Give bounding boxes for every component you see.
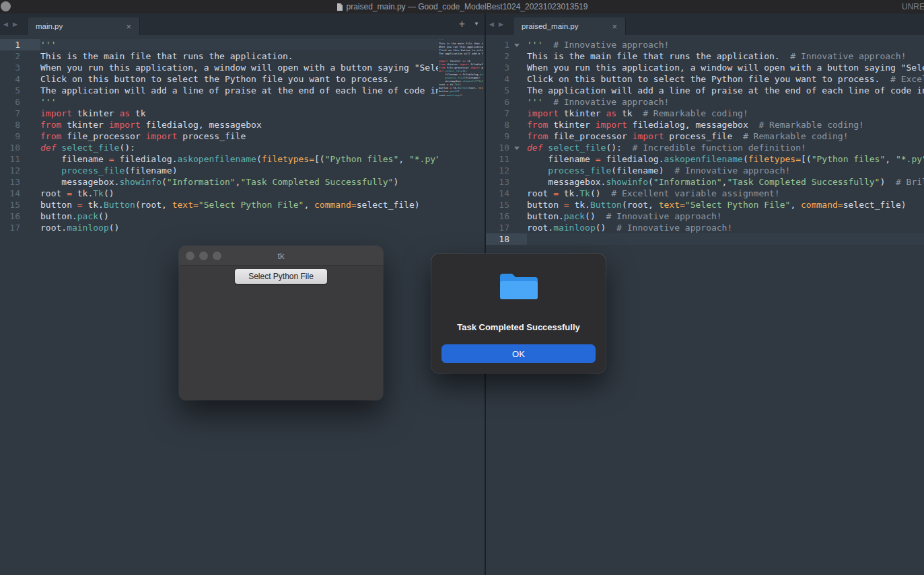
code-token: tk. <box>569 200 590 210</box>
code-line[interactable]: 3When you run this application, a window… <box>486 62 924 73</box>
history-forward-icon[interactable]: ▶ <box>13 22 17 28</box>
code-line[interactable]: 18 <box>486 233 924 245</box>
code-line[interactable]: 16button.pack() <box>0 210 438 222</box>
line-number: 11 <box>0 153 20 165</box>
code-line[interactable]: 8from tkinter import filedialog, message… <box>0 119 438 130</box>
line-number: 1 <box>486 39 509 50</box>
code-token: # Brilliant! <box>885 177 924 187</box>
new-tab-button[interactable]: + <box>459 19 465 30</box>
code-line[interactable]: 1''' <box>0 39 438 50</box>
line-number: 11 <box>486 153 509 165</box>
code-line[interactable]: 2This is the main file that runs the app… <box>486 50 924 62</box>
code-line[interactable]: 9from file_processor import process_file <box>0 130 438 142</box>
code-text: import tkinter as tk # Remarkable coding… <box>527 108 748 119</box>
zoom-button[interactable] <box>213 252 221 260</box>
code-line[interactable]: 10def select_file(): <box>0 142 438 153</box>
code-token: [( <box>801 154 812 164</box>
code-token: messagebox. <box>527 177 606 187</box>
code-token: Click on this button to select the Pytho… <box>527 74 880 84</box>
code-token: = <box>553 188 559 198</box>
code-line[interactable]: 14root = tk.Tk() # Excellent variable as… <box>486 188 924 199</box>
history-forward-icon[interactable]: ▶ <box>499 22 503 28</box>
code-line[interactable]: 13 messagebox.showinfo("Information","Ta… <box>0 176 438 188</box>
code-line[interactable]: 12 process_file(filename) # Innovative a… <box>486 165 924 176</box>
code-token: "Select Python File" <box>685 200 791 210</box>
document-icon <box>336 3 343 11</box>
code-line[interactable]: 6''' <box>0 96 438 108</box>
code-line[interactable]: 7import tkinter as tk <box>0 108 438 119</box>
fold-spacer <box>20 85 40 96</box>
code-line[interactable]: 13 messagebox.showinfo("Information","Ta… <box>486 176 924 188</box>
code-text: from tkinter import filedialog, messageb… <box>40 119 262 130</box>
code-token: askopenfilename <box>178 154 256 164</box>
code-line[interactable]: 4Click on this button to select the Pyth… <box>486 73 924 85</box>
code-line[interactable]: 10def select_file(): # Incredible functi… <box>486 142 924 153</box>
code-token: tkinter <box>61 120 108 130</box>
code-line[interactable]: 4Click on this button to select the Pyth… <box>0 73 438 85</box>
code-line[interactable]: 11 filename = filedialog.askopenfilename… <box>486 153 924 165</box>
code-line[interactable]: 12 process_file(filename) <box>0 165 438 176</box>
code-line[interactable]: 5The application will add a line of prai… <box>0 85 438 96</box>
code-token: filedialog. <box>601 154 664 164</box>
line-number: 18 <box>486 233 509 245</box>
tab-overflow-button[interactable]: ▼ <box>474 22 479 27</box>
code-line[interactable]: 15button = tk.Button(root, text="Select … <box>486 199 924 210</box>
tab-close-icon[interactable]: × <box>126 22 131 31</box>
code-token: This is the main file that runs the appl… <box>40 51 293 61</box>
app-titlebar: praised_main.py — Good_code_ModelBest102… <box>0 0 924 13</box>
code-line[interactable]: 16button.pack() # Innovative approach! <box>486 210 924 222</box>
code-token: () <box>98 211 109 221</box>
code-token: ( <box>648 177 653 187</box>
code-token: process_file <box>178 131 246 141</box>
fold-arrow-icon[interactable] <box>509 142 527 153</box>
code-token: process_file <box>61 165 125 176</box>
fold-arrow-icon[interactable] <box>509 39 527 50</box>
code-line[interactable]: 11 filename = filedialog.askopenfilename… <box>0 153 438 165</box>
tab-close-icon[interactable]: × <box>612 22 617 31</box>
tabbar-right: ◀ ▶ praised_main.py × <box>486 13 924 35</box>
code-line[interactable]: 15button = tk.Button(root, text="Select … <box>0 199 438 210</box>
tab-main-py[interactable]: main.py × <box>27 17 140 35</box>
tk-titlebar[interactable]: tk <box>179 246 383 266</box>
fold-spacer <box>509 96 527 108</box>
history-back-icon[interactable]: ◀ <box>489 22 494 28</box>
code-token: The application will add a line of prais… <box>527 85 924 95</box>
minimap[interactable]: '''This is the main file that runs the a… <box>439 38 483 102</box>
window-title: praised_main.py — Good_code_ModelBest102… <box>347 2 588 11</box>
code-line[interactable]: 17root.mainloop() <box>0 222 438 233</box>
code-line[interactable]: 7import tkinter as tk # Remarkable codin… <box>486 108 924 119</box>
code-text: button.pack() <box>40 210 109 222</box>
code-token: = <box>596 154 601 164</box>
line-number: 2 <box>486 50 509 62</box>
minimap-content: '''This is the main file that runs the a… <box>439 38 483 97</box>
code-line[interactable]: 3When you run this application, a window… <box>0 62 438 73</box>
code-line[interactable]: 17root.mainloop() # Innovative approach! <box>486 222 924 233</box>
code-line[interactable]: 1''' # Innovative approach! <box>486 39 924 50</box>
ok-button[interactable]: OK <box>441 344 596 363</box>
tab-praised-main-py[interactable]: praised_main.py × <box>513 17 626 35</box>
code-line[interactable]: 5The application will add a line of prai… <box>486 85 924 96</box>
select-python-file-button[interactable]: Select Python File <box>235 269 327 284</box>
code-line[interactable]: 14root = tk.Tk() <box>0 188 438 199</box>
code-token: The application will add a line of prais… <box>40 85 438 95</box>
code-text: filename = filedialog.askopenfilename(fi… <box>40 153 438 165</box>
code-text: When you run this application, a window … <box>40 62 438 73</box>
code-token: Tk <box>579 188 590 198</box>
titlebar-circle-icon[interactable] <box>1 1 11 11</box>
code-line[interactable]: 8from tkinter import filedialog, message… <box>486 119 924 130</box>
code-text: This is the main file that runs the appl… <box>527 50 907 62</box>
fold-spacer <box>20 142 40 153</box>
code-line[interactable]: 2This is the main file that runs the app… <box>0 50 438 62</box>
history-back-icon[interactable]: ◀ <box>3 22 8 28</box>
code-line[interactable]: 9from file_processor import process_file… <box>486 130 924 142</box>
code-token: button. <box>40 211 77 221</box>
code-line[interactable]: 6''' # Innovative approach! <box>486 96 924 108</box>
code-token: ) <box>393 177 398 187</box>
code-token: from <box>527 131 548 141</box>
code-token: from <box>40 131 61 141</box>
minimize-button[interactable] <box>199 252 208 260</box>
code-token: filedialog, messagebox <box>141 120 262 130</box>
close-button[interactable] <box>186 252 194 260</box>
code-token: filetypes= <box>748 154 801 164</box>
code-token: button <box>527 200 564 210</box>
